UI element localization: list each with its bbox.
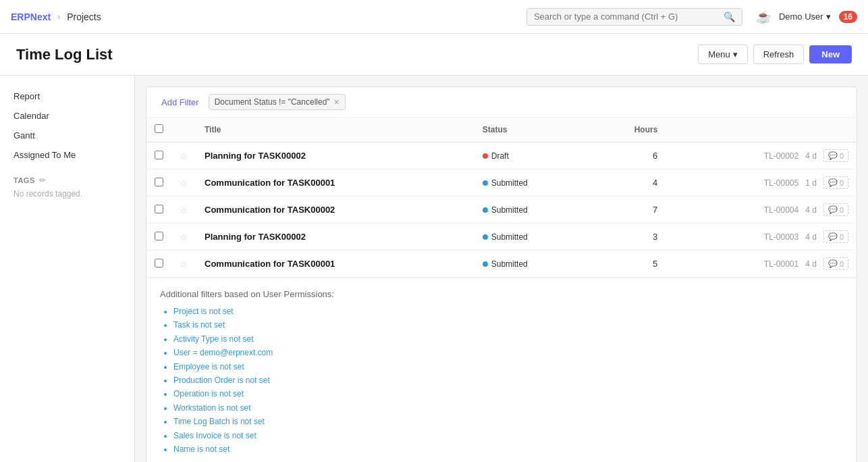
chevron-down-icon: ▾ xyxy=(733,49,738,59)
additional-filter-item: Name is not set xyxy=(173,442,843,456)
refresh-button[interactable]: Refresh xyxy=(753,45,805,64)
row-title-cell[interactable]: Communication for TASK00001 xyxy=(196,170,474,197)
comment-button[interactable]: 💬 0 xyxy=(823,149,848,162)
sidebar-item-calendar[interactable]: Calendar xyxy=(0,106,134,126)
navbar-brand[interactable]: ERPNext xyxy=(11,11,51,22)
chevron-down-icon: ▾ xyxy=(826,11,831,22)
comment-button[interactable]: 💬 0 xyxy=(823,257,848,270)
navbar-breadcrumb[interactable]: Projects xyxy=(67,11,101,22)
row-status-cell: Draft xyxy=(474,143,591,170)
additional-filter-item: Operation is not set xyxy=(173,387,843,401)
row-hours-cell: 6 xyxy=(591,143,666,170)
status-badge: Submitted xyxy=(483,178,528,188)
no-tags-text: No records tagged. xyxy=(0,188,134,204)
row-star-cell[interactable]: ☆ xyxy=(171,143,196,170)
row-title-cell[interactable]: Planning for TASK00002 xyxy=(196,143,474,170)
tags-label: TAGS xyxy=(13,176,35,184)
row-meta: TL-00003 4 d 💬 0 xyxy=(674,230,848,243)
star-icon[interactable]: ☆ xyxy=(180,259,188,270)
row-checkbox[interactable] xyxy=(155,178,163,186)
search-box[interactable]: 🔍 xyxy=(526,8,742,26)
status-text: Submitted xyxy=(491,232,528,242)
status-badge: Submitted xyxy=(483,205,528,215)
filter-close-icon[interactable]: × xyxy=(334,97,340,107)
search-input[interactable] xyxy=(534,11,718,22)
user-name: Demo User xyxy=(779,11,823,22)
status-dot xyxy=(483,153,488,159)
row-checkbox[interactable] xyxy=(155,205,163,213)
sidebar-item-assigned[interactable]: Assigned To Me xyxy=(0,145,134,165)
row-star-cell[interactable]: ☆ xyxy=(171,251,196,278)
sidebar-item-gantt[interactable]: Gantt xyxy=(0,126,134,145)
row-id: TL-00005 xyxy=(764,178,798,188)
star-icon[interactable]: ☆ xyxy=(180,178,188,188)
row-checkbox[interactable] xyxy=(155,232,163,240)
comment-count: 0 xyxy=(840,152,844,160)
row-checkbox-cell[interactable] xyxy=(146,251,171,278)
row-meta-cell: TL-00003 4 d 💬 0 xyxy=(666,224,857,251)
row-checkbox-cell[interactable] xyxy=(146,143,171,170)
page-title: Time Log List xyxy=(16,46,698,63)
tags-edit-icon[interactable]: ✏ xyxy=(39,176,46,185)
additional-filter-item: Employee is not set xyxy=(173,360,843,374)
status-dot xyxy=(483,207,488,213)
table-row: ☆ Communication for TASK00001 Submitted … xyxy=(146,170,857,197)
row-star-cell[interactable]: ☆ xyxy=(171,170,196,197)
row-star-cell[interactable]: ☆ xyxy=(171,224,196,251)
row-checkbox-cell[interactable] xyxy=(146,224,171,251)
row-title[interactable]: Communication for TASK00001 xyxy=(205,259,335,269)
add-filter-button[interactable]: Add Filter xyxy=(157,96,203,109)
comment-button[interactable]: 💬 0 xyxy=(823,230,848,243)
row-title[interactable]: Communication for TASK00002 xyxy=(205,205,335,215)
row-status-cell: Submitted xyxy=(474,170,591,197)
sidebar-item-report[interactable]: Report xyxy=(0,86,134,106)
row-title-cell[interactable]: Communication for TASK00002 xyxy=(196,197,474,224)
row-title-cell[interactable]: Communication for TASK00001 xyxy=(196,251,474,278)
row-checkbox[interactable] xyxy=(155,151,163,159)
menu-button[interactable]: Menu ▾ xyxy=(698,45,748,64)
row-age: 1 d xyxy=(805,178,817,188)
star-icon[interactable]: ☆ xyxy=(180,205,188,215)
row-id: TL-00003 xyxy=(764,232,798,242)
star-icon[interactable]: ☆ xyxy=(180,232,188,242)
row-meta: TL-00001 4 d 💬 0 xyxy=(674,257,848,270)
status-dot xyxy=(483,180,488,186)
notification-badge[interactable]: 16 xyxy=(839,11,857,23)
chevron-icon: › xyxy=(57,12,60,22)
select-all-checkbox[interactable] xyxy=(155,124,163,133)
col-star-header xyxy=(171,118,196,143)
sidebar-tags-header: TAGS ✏ xyxy=(0,165,134,188)
additional-filter-item: Workstation is not set xyxy=(173,401,843,415)
row-age: 4 d xyxy=(805,151,817,161)
col-status-header: Status xyxy=(474,118,591,143)
col-meta-header xyxy=(666,118,857,143)
row-checkbox[interactable] xyxy=(155,259,163,267)
row-title[interactable]: Planning for TASK00002 xyxy=(205,151,306,161)
row-meta-cell: TL-00002 4 d 💬 0 xyxy=(666,143,857,170)
row-id: TL-00002 xyxy=(764,151,798,161)
additional-filters-section: Additional filters based on User Permiss… xyxy=(146,278,857,462)
row-title[interactable]: Planning for TASK00002 xyxy=(205,232,306,242)
row-star-cell[interactable]: ☆ xyxy=(171,197,196,224)
row-title[interactable]: Communication for TASK00001 xyxy=(205,178,335,188)
new-button[interactable]: New xyxy=(809,45,852,63)
comment-button[interactable]: 💬 0 xyxy=(823,203,848,216)
sidebar: Report Calendar Gantt Assigned To Me TAG… xyxy=(0,76,135,462)
row-checkbox-cell[interactable] xyxy=(146,170,171,197)
status-dot xyxy=(483,234,488,240)
user-menu[interactable]: Demo User ▾ xyxy=(779,11,831,22)
navbar: ERPNext › Projects 🔍 ☕ Demo User ▾ 16 xyxy=(0,0,868,34)
bell-icon: ☕ xyxy=(756,9,771,24)
main-content: Add Filter Document Status != "Cancelled… xyxy=(135,76,868,462)
active-filter-tag: Document Status != "Cancelled" × xyxy=(209,94,346,110)
comment-count: 0 xyxy=(840,233,844,241)
star-icon[interactable]: ☆ xyxy=(180,151,188,161)
comment-icon: 💬 xyxy=(828,205,838,214)
row-title-cell[interactable]: Planning for TASK00002 xyxy=(196,224,474,251)
row-checkbox-cell[interactable] xyxy=(146,197,171,224)
comment-button[interactable]: 💬 0 xyxy=(823,176,848,189)
row-meta: TL-00002 4 d 💬 0 xyxy=(674,149,848,162)
table-row: ☆ Planning for TASK00002 Draft 6 TL-0000… xyxy=(146,143,857,170)
additional-filters-list: Project is not setTask is not setActivit… xyxy=(160,305,843,456)
row-age: 4 d xyxy=(805,259,817,269)
